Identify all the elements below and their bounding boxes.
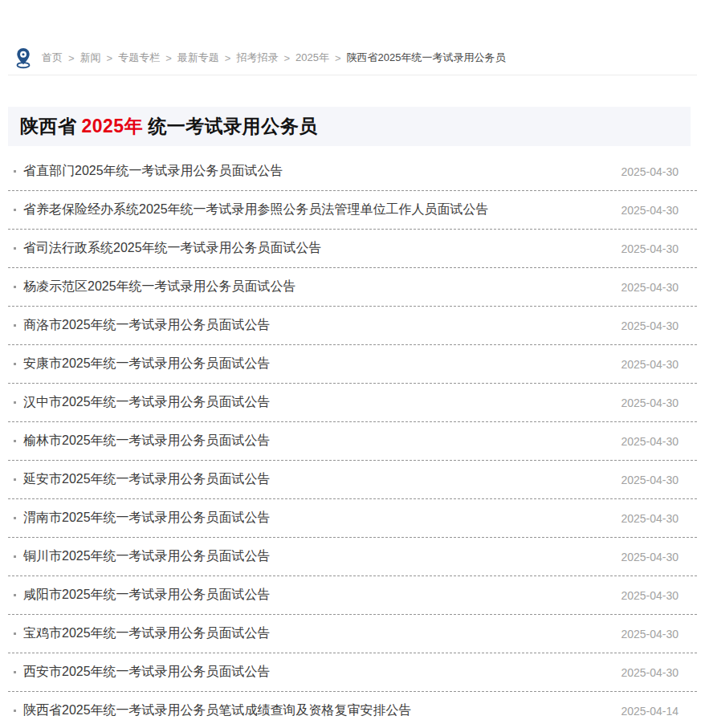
- announcement-title: 商洛市2025年统一考试录用公务员面试公告: [23, 317, 271, 334]
- announcement-link[interactable]: 省养老保险经办系统2025年统一考试录用参照公务员法管理单位工作人员面试公告: [14, 201, 489, 218]
- announcement-link[interactable]: 西安市2025年统一考试录用公务员面试公告: [14, 664, 271, 681]
- list-item: 宝鸡市2025年统一考试录用公务员面试公告 2025-04-30: [8, 615, 697, 653]
- breadcrumb: 首页>新闻>专题专栏>最新专题>招考招录>2025年>陕西省2025年统一考试录…: [8, 0, 697, 75]
- announcement-title: 省养老保险经办系统2025年统一考试录用参照公务员法管理单位工作人员面试公告: [23, 201, 489, 218]
- announcement-date: 2025-04-30: [621, 628, 679, 641]
- list-item: 榆林市2025年统一考试录用公务员面试公告 2025-04-30: [8, 422, 697, 461]
- announcement-link[interactable]: 宝鸡市2025年统一考试录用公务员面试公告: [14, 625, 271, 642]
- announcement-date: 2025-04-30: [621, 474, 679, 486]
- breadcrumb-separator: >: [68, 52, 75, 64]
- list-item: 渭南市2025年统一考试录用公务员面试公告 2025-04-30: [8, 499, 697, 538]
- bullet-icon: [14, 440, 16, 442]
- title-year-highlight: 2025年: [82, 116, 144, 136]
- list-item: 西安市2025年统一考试录用公务员面试公告 2025-04-30: [8, 653, 697, 692]
- announcement-date: 2025-04-30: [621, 358, 679, 371]
- breadcrumb-links: 首页>新闻>专题专栏>最新专题>招考招录>2025年>陕西省2025年统一考试录…: [42, 51, 505, 65]
- announcement-title: 安康市2025年统一考试录用公务员面试公告: [23, 356, 271, 372]
- title-prefix: 陕西省: [20, 116, 77, 136]
- breadcrumb-separator: >: [107, 52, 113, 64]
- announcement-title: 榆林市2025年统一考试录用公务员面试公告: [23, 433, 271, 449]
- announcement-date: 2025-04-30: [621, 242, 679, 255]
- announcement-list: 省直部门2025年统一考试录用公务员面试公告 2025-04-30 省养老保险经…: [8, 153, 697, 728]
- bullet-icon: [14, 632, 16, 635]
- bullet-icon: [14, 478, 16, 481]
- announcement-date: 2025-04-30: [621, 281, 679, 294]
- announcement-link[interactable]: 榆林市2025年统一考试录用公务员面试公告: [14, 433, 271, 449]
- announcement-link[interactable]: 铜川市2025年统一考试录用公务员面试公告: [14, 548, 271, 565]
- announcement-title: 省直部门2025年统一考试录用公务员面试公告: [23, 163, 283, 180]
- breadcrumb-separator: >: [225, 52, 231, 64]
- announcement-date: 2025-04-30: [621, 551, 679, 563]
- announcement-link[interactable]: 汉中市2025年统一考试录用公务员面试公告: [14, 394, 271, 411]
- list-item: 汉中市2025年统一考试录用公务员面试公告 2025-04-30: [8, 384, 697, 422]
- announcement-link[interactable]: 省司法行政系统2025年统一考试录用公务员面试公告: [14, 240, 322, 257]
- list-item: 省司法行政系统2025年统一考试录用公务员面试公告 2025-04-30: [8, 230, 697, 268]
- announcement-title: 渭南市2025年统一考试录用公务员面试公告: [23, 510, 271, 527]
- breadcrumb-item-1[interactable]: 新闻: [80, 51, 101, 65]
- page-title-block: 陕西省2025年统一考试录用公务员: [8, 107, 691, 146]
- breadcrumb-item-6: 陕西省2025年统一考试录用公务员: [346, 51, 505, 65]
- list-item: 咸阳市2025年统一考试录用公务员面试公告 2025-04-30: [8, 576, 697, 615]
- bullet-icon: [14, 247, 16, 250]
- announcement-link[interactable]: 省直部门2025年统一考试录用公务员面试公告: [14, 163, 283, 180]
- announcement-date: 2025-04-30: [621, 589, 679, 602]
- announcement-link[interactable]: 陕西省2025年统一考试录用公务员笔试成绩查询及资格复审安排公告: [14, 702, 412, 719]
- announcement-title: 宝鸡市2025年统一考试录用公务员面试公告: [23, 625, 271, 642]
- announcement-link[interactable]: 延安市2025年统一考试录用公务员面试公告: [14, 471, 271, 488]
- bullet-icon: [14, 517, 16, 519]
- announcement-date: 2025-04-30: [621, 204, 679, 217]
- list-item: 杨凌示范区2025年统一考试录用公务员面试公告 2025-04-30: [8, 268, 697, 307]
- announcement-link[interactable]: 杨凌示范区2025年统一考试录用公务员面试公告: [14, 279, 296, 295]
- breadcrumb-item-0[interactable]: 首页: [42, 51, 63, 65]
- announcement-link[interactable]: 安康市2025年统一考试录用公务员面试公告: [14, 356, 271, 372]
- announcement-title: 陕西省2025年统一考试录用公务员笔试成绩查询及资格复审安排公告: [23, 702, 412, 719]
- bullet-icon: [14, 363, 16, 365]
- bullet-icon: [14, 324, 16, 327]
- bullet-icon: [14, 555, 16, 558]
- breadcrumb-separator: >: [335, 52, 341, 64]
- list-item: 省养老保险经办系统2025年统一考试录用参照公务员法管理单位工作人员面试公告 2…: [8, 191, 697, 230]
- breadcrumb-separator: >: [283, 52, 290, 64]
- bullet-icon: [14, 286, 16, 288]
- bullet-icon: [14, 209, 16, 211]
- bullet-icon: [14, 170, 16, 173]
- list-item: 延安市2025年统一考试录用公务员面试公告 2025-04-30: [8, 461, 697, 499]
- bullet-icon: [14, 671, 16, 673]
- breadcrumb-item-5[interactable]: 2025年: [295, 51, 329, 65]
- list-item: 商洛市2025年统一考试录用公务员面试公告 2025-04-30: [8, 307, 697, 345]
- list-item: 铜川市2025年统一考试录用公务员面试公告 2025-04-30: [8, 538, 697, 576]
- location-pin-icon: [14, 47, 32, 69]
- announcement-date: 2025-04-30: [621, 666, 679, 679]
- announcement-title: 铜川市2025年统一考试录用公务员面试公告: [23, 548, 271, 565]
- announcement-title: 省司法行政系统2025年统一考试录用公务员面试公告: [23, 240, 322, 257]
- page-title: 陕西省2025年统一考试录用公务员: [20, 114, 318, 139]
- announcement-title: 汉中市2025年统一考试录用公务员面试公告: [23, 394, 271, 411]
- list-item: 省直部门2025年统一考试录用公务员面试公告 2025-04-30: [8, 153, 697, 191]
- announcement-date: 2025-04-30: [621, 397, 679, 409]
- list-item: 安康市2025年统一考试录用公务员面试公告 2025-04-30: [8, 345, 697, 384]
- bullet-icon: [14, 594, 16, 596]
- announcement-title: 西安市2025年统一考试录用公务员面试公告: [23, 664, 271, 681]
- announcement-title: 延安市2025年统一考试录用公务员面试公告: [23, 471, 271, 488]
- announcement-link[interactable]: 渭南市2025年统一考试录用公务员面试公告: [14, 510, 271, 527]
- announcement-date: 2025-04-30: [621, 319, 679, 332]
- title-suffix: 统一考试录用公务员: [148, 116, 318, 136]
- breadcrumb-item-4[interactable]: 招考招录: [236, 51, 278, 65]
- announcement-link[interactable]: 商洛市2025年统一考试录用公务员面试公告: [14, 317, 271, 334]
- list-item: 陕西省2025年统一考试录用公务员笔试成绩查询及资格复审安排公告 2025-04…: [8, 692, 697, 728]
- bullet-icon: [14, 401, 16, 404]
- breadcrumb-item-2[interactable]: 专题专栏: [118, 51, 160, 65]
- announcement-date: 2025-04-30: [621, 512, 679, 525]
- bullet-icon: [14, 710, 16, 712]
- announcement-date: 2025-04-30: [621, 165, 679, 178]
- announcement-title: 杨凌示范区2025年统一考试录用公务员面试公告: [23, 279, 296, 295]
- breadcrumb-item-3[interactable]: 最新专题: [177, 51, 219, 65]
- announcement-link[interactable]: 咸阳市2025年统一考试录用公务员面试公告: [14, 587, 271, 604]
- announcement-title: 咸阳市2025年统一考试录用公务员面试公告: [23, 587, 271, 604]
- announcement-date: 2025-04-14: [621, 705, 679, 718]
- announcement-date: 2025-04-30: [621, 435, 679, 448]
- breadcrumb-separator: >: [165, 52, 172, 64]
